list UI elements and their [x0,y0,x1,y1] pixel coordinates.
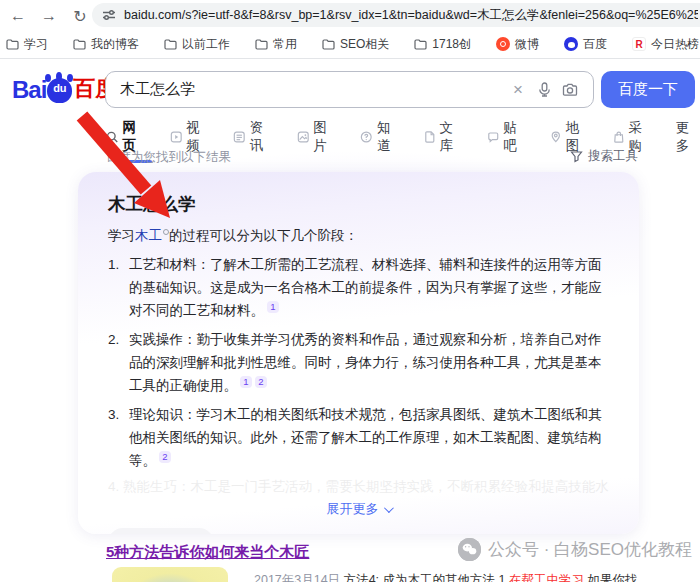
address-bar[interactable]: baidu.com/s?ie=utf-8&f=8&rsv_bp=1&rsv_id… [92,3,700,27]
folder-icon [6,39,19,50]
folder-icon [73,39,86,50]
bookmark-label: 今日热榜 [651,36,699,53]
bookmark-label: 我的博客 [91,36,139,53]
back-icon[interactable]: ← [5,4,31,28]
feedback-pill: 有用 [108,528,214,534]
list-item: 1. 工艺和材料：了解木工所需的工艺流程、材料选择、辅料和连接件的运用等方面的基… [108,253,609,322]
folder-icon [322,39,335,50]
result-snippet: 2017年3月14日 方法4: 成为木工的其他方法 1 在帮工中学习 如果你找 [254,567,637,582]
bookmark-label: 常用 [273,36,297,53]
citation-badge[interactable]: 1 [240,376,252,388]
bookmark-hotlist[interactable]: R 今日热榜 [632,36,699,53]
snippet-tail: 如果你找 [584,573,637,582]
bookmark-label: 以前工作 [182,36,230,53]
ai-card-list: 1. 工艺和材料：了解木工所需的工艺流程、材料选择、辅料和连接件的运用等方面的基… [108,253,609,496]
bookmark-folder[interactable]: SEO相关 [322,36,389,53]
snippet-lead: 方法4: 成为木工的其他方法 1 [344,573,509,582]
citation-badge[interactable]: 2 [159,451,171,463]
list-item-text: 理论知识：学习木工的相关图纸和技术规范，包括家具图纸、建筑木工图纸和其他相关图纸… [129,403,609,472]
bookmark-label: SEO相关 [340,36,389,53]
camera-icon[interactable] [557,83,583,97]
expand-more-button[interactable]: 展开更多 [108,500,609,518]
wechat-watermark: 公众号 · 白杨SEO优化教程 [458,538,692,561]
bookmark-folder[interactable]: 1718创 [414,36,471,53]
snippet-highlight: 在帮工中学习 [509,573,584,582]
microphone-icon[interactable] [531,82,557,97]
bookmark-label: 1718创 [432,36,471,53]
list-item-number: 2. [108,328,129,397]
result-thumbnail[interactable] [112,567,228,582]
faded-list-item: 4. 熟能生巧：木工是一门手艺活动，需要长期坚持实践，不断积累经验和提高技能水平… [108,478,609,496]
intro-prefix: 学习 [108,228,135,243]
bookmark-folder[interactable]: 学习 [6,36,48,53]
intro-suffix: 的过程可以分为以下几个阶段： [169,228,358,243]
forward-icon[interactable]: → [36,4,62,28]
reload-icon[interactable]: ↻ [67,4,93,28]
shopping-bag-tab-icon [613,130,625,144]
bookmarks-bar: 学习 我的博客 以前工作 常用 SEO相关 1718创 [6,32,700,56]
list-item-number: 1. [108,253,129,322]
list-item: 3. 理论知识：学习木工的相关图纸和技术规范，包括家具图纸、建筑木工图纸和其他相… [108,403,609,472]
bookmark-label: 百度 [583,36,607,53]
result-link-title[interactable]: 5种方法告诉你如何来当个木匠 [106,543,309,562]
weibo-icon [496,37,510,51]
baidu-paw-icon [564,37,578,51]
logo-text-du: du [47,82,72,94]
bookmark-weibo[interactable]: 微博 [496,36,539,53]
list-item-text: 工艺和材料：了解木工所需的工艺流程、材料选择、辅料和连接件的运用等方面的基础知识… [129,253,609,322]
ai-answer-card: 木工怎么学 学习木工的过程可以分为以下几个阶段： 1. 工艺和材料：了解木工所需… [78,172,639,534]
hotlist-icon: R [632,37,646,51]
browser-chrome: ← → ↻ baidu.com/s?ie=utf-8&f=8&rsv_bp=1&… [0,0,700,58]
question-tab-icon [360,130,373,144]
images-tab-icon [297,130,310,144]
bookmark-label: 微博 [515,36,539,53]
ai-card-footer: 有用 播报 [108,528,609,534]
wechat-icon [458,538,481,561]
search-tab-icon [106,130,119,144]
logo-text-bai: Bai [12,76,46,104]
bookmark-folder[interactable]: 以前工作 [164,36,230,53]
bookmark-folder[interactable]: 我的博客 [73,36,139,53]
ai-card-intro: 学习木工的过程可以分为以下几个阶段： [108,225,609,247]
list-item-number: 3. [108,403,129,472]
bookmark-label: 学习 [24,36,48,53]
folder-icon [164,39,177,50]
list-item: 2. 实践操作：勤于收集并学习优秀的资料和作品，通过观察和分析，培养自己对作品的… [108,328,609,397]
folder-icon [255,39,268,50]
baidu-search-page: ← → ↻ baidu.com/s?ie=utf-8&f=8&rsv_bp=1&… [0,0,700,582]
chrome-divider [0,58,700,59]
bookmark-baidu[interactable]: 百度 [564,36,607,53]
search-box[interactable]: × [105,71,594,108]
citation-badge[interactable]: 1 [267,301,279,313]
entity-link[interactable]: 木工 [135,228,162,243]
watermark-text: 公众号 · 白杨SEO优化教程 [488,538,692,561]
news-tab-icon [233,130,246,144]
baidu-logo[interactable]: Bai du 百度 [12,74,117,104]
tab-label: 更多 [676,119,700,155]
url-text: baidu.com/s?ie=utf-8&f=8&rsv_bp=1&rsv_id… [124,7,698,24]
tab-more[interactable]: 更多 [676,119,700,161]
snippet-date: 2017年3月14日 [254,573,340,582]
chevron-down-icon [383,503,393,513]
search-button[interactable]: 百度一下 [601,71,695,108]
tieba-tab-icon [487,130,500,144]
expand-more-label: 展开更多 [327,500,379,518]
clear-icon[interactable]: × [505,80,531,100]
baidu-paw-logo-icon: du [47,78,72,103]
citation-badge[interactable]: 2 [255,376,267,388]
ai-card-title: 木工怎么学 [108,192,609,216]
list-item-text: 实践操作：勤于收集并学习优秀的资料和作品，通过观察和分析，培养自己对作品的深刻理… [129,328,609,397]
search-input[interactable] [120,81,505,98]
site-settings-icon[interactable] [102,8,116,22]
doc-tab-icon [424,130,436,144]
video-tab-icon [170,130,183,144]
bookmark-folder[interactable]: 常用 [255,36,297,53]
map-pin-tab-icon [550,130,562,144]
folder-icon [414,39,427,50]
result-snippet-row: 2017年3月14日 方法4: 成为木工的其他方法 1 在帮工中学习 如果你找 [112,567,692,582]
